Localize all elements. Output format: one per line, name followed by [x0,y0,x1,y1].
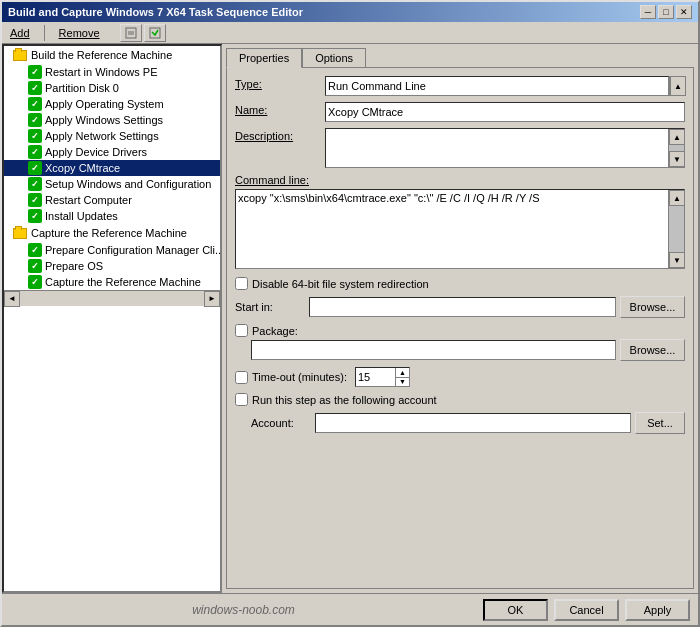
bottom-bar: windows-noob.com OK Cancel Apply [2,593,698,625]
account-input[interactable] [315,413,631,433]
package-input[interactable] [251,340,616,360]
check-icon-4: ✓ [28,113,42,127]
tab-options[interactable]: Options [302,48,366,67]
group-folder-icon [12,47,28,63]
tab-content-properties: Type: Run Command Line ▲ Name: Descripti… [226,67,694,589]
type-value: Run Command Line [328,80,426,92]
start-in-input[interactable] [309,297,616,317]
timeout-label: Time-out (minutes): [252,371,347,383]
check-icon-5: ✓ [28,129,42,143]
tree-item-setup-win[interactable]: ✓ Setup Windows and Configuration [4,176,220,192]
tree-item-apply-net-label: Apply Network Settings [45,130,159,142]
command-text[interactable]: xcopy "x:\sms\bin\x64\cmtrace.exe" "c:\"… [236,190,668,268]
tree-item-apply-win[interactable]: ✓ Apply Windows Settings [4,112,220,128]
cmd-scroll-up[interactable]: ▲ [669,190,685,206]
toolbar-btn-2[interactable] [144,24,166,42]
timeout-checkbox[interactable] [235,371,248,384]
type-scrollbar: ▲ [669,76,685,96]
timeout-value[interactable]: 15 [356,368,395,386]
description-text[interactable] [326,129,668,167]
check-icon-10: ✓ [28,209,42,223]
tree-group-1[interactable]: Build the Reference Machine [4,46,220,64]
left-panel: Build the Reference Machine ✓ Restart in… [2,44,222,593]
title-bar-buttons: ─ □ ✕ [640,5,692,19]
command-line-label: Command line: [235,174,309,186]
tabs: Properties Options [226,48,694,67]
package-checkbox[interactable] [235,324,248,337]
timeout-up[interactable]: ▲ [396,368,409,378]
account-label: Account: [251,417,311,429]
scroll-left-btn[interactable]: ◄ [4,291,20,307]
tree-group-2-label: Capture the Reference Machine [31,227,187,239]
tree-item-apply-win-label: Apply Windows Settings [45,114,163,126]
check-icon-13: ✓ [28,275,42,289]
name-input[interactable] [325,102,685,122]
menu-add[interactable]: Add [6,26,34,40]
desc-scrollbar: ▲ ▼ [668,129,684,167]
desc-scroll-up[interactable]: ▲ [669,129,685,145]
tree-group-2[interactable]: Capture the Reference Machine [4,224,220,242]
check-icon-2: ✓ [28,81,42,95]
scroll-right-btn[interactable]: ► [204,291,220,307]
disable-redirect-checkbox[interactable] [235,277,248,290]
svg-rect-3 [150,28,160,38]
tree-item-prepare-os-label: Prepare OS [45,260,103,272]
tree-item-install-updates[interactable]: ✓ Install Updates [4,208,220,224]
tree-item-restart-pe[interactable]: ✓ Restart in Windows PE [4,64,220,80]
tree-item-xcopy-label: Xcopy CMtrace [45,162,120,174]
disable-redirect-row: Disable 64-bit file system redirection [235,277,685,290]
horizontal-scrollbar[interactable]: ◄ ► [4,290,220,306]
tree-item-capture-ref-label: Capture the Reference Machine [45,276,201,288]
tree-item-xcopy[interactable]: ✓ Xcopy CMtrace [4,160,220,176]
right-panel: Properties Options Type: Run Command Lin… [222,44,698,593]
check-icon-3: ✓ [28,97,42,111]
tree-item-partition[interactable]: ✓ Partition Disk 0 [4,80,220,96]
close-button[interactable]: ✕ [676,5,692,19]
tree-item-apply-drivers[interactable]: ✓ Apply Device Drivers [4,144,220,160]
start-in-row: Start in: Browse... [235,296,685,318]
tree-item-prepare-cm[interactable]: ✓ Prepare Configuration Manager Cli... [4,242,220,258]
desc-scroll-down[interactable]: ▼ [669,151,685,167]
title-bar: Build and Capture Windows 7 X64 Task Seq… [2,2,698,22]
cmd-scroll-down[interactable]: ▼ [669,252,685,268]
timeout-down[interactable]: ▼ [396,378,409,387]
menu-remove[interactable]: Remove [55,26,104,40]
toolbar-icon-2 [149,27,161,39]
menu-separator [44,25,45,41]
tree-item-apply-net[interactable]: ✓ Apply Network Settings [4,128,220,144]
tree-item-capture-ref[interactable]: ✓ Capture the Reference Machine [4,274,220,290]
description-row: Description: ▲ ▼ [235,128,685,168]
cancel-button[interactable]: Cancel [554,599,619,621]
content-area: Build the Reference Machine ✓ Restart in… [2,44,698,593]
timeout-arrows: ▲ ▼ [395,368,409,386]
watermark: windows-noob.com [10,603,477,617]
ok-button[interactable]: OK [483,599,548,621]
tree-item-restart-pe-label: Restart in Windows PE [45,66,157,78]
svg-rect-0 [126,28,136,38]
tab-properties[interactable]: Properties [226,48,302,68]
menu-bar: Add Remove [2,22,698,44]
maximize-button[interactable]: □ [658,5,674,19]
toolbar-icon-1 [125,27,137,39]
tree-item-prepare-cm-label: Prepare Configuration Manager Cli... [45,244,222,256]
tree-item-restart-comp[interactable]: ✓ Restart Computer [4,192,220,208]
cmd-scroll-track [669,206,684,252]
name-row: Name: [235,102,685,122]
apply-button[interactable]: Apply [625,599,690,621]
tree-item-prepare-os[interactable]: ✓ Prepare OS [4,258,220,274]
command-line-section: Command line: [235,174,685,186]
browse-button-1[interactable]: Browse... [620,296,685,318]
set-button[interactable]: Set... [635,412,685,434]
tree-item-apply-os[interactable]: ✓ Apply Operating System [4,96,220,112]
check-icon-12: ✓ [28,259,42,273]
run-as-checkbox[interactable] [235,393,248,406]
timeout-row: Time-out (minutes): 15 ▲ ▼ [235,367,685,387]
timeout-spinner: 15 ▲ ▼ [355,367,410,387]
browse-button-2[interactable]: Browse... [620,339,685,361]
check-icon-9: ✓ [28,193,42,207]
check-icon-11: ✓ [28,243,42,257]
minimize-button[interactable]: ─ [640,5,656,19]
check-icon-1: ✓ [28,65,42,79]
type-scroll-up[interactable]: ▲ [670,76,686,96]
toolbar-btn-1[interactable] [120,24,142,42]
